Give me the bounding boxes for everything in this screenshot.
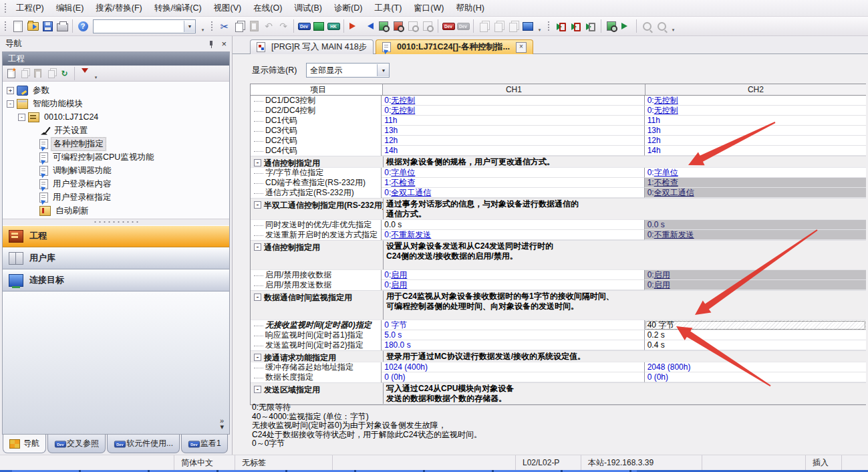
view-button-project[interactable]: 工程: [3, 225, 229, 247]
replace-disabled-icon[interactable]: [421, 19, 434, 33]
close-icon[interactable]: ×: [516, 42, 527, 53]
param-value-ch1[interactable]: 180.0 s: [382, 340, 644, 350]
help-icon[interactable]: ?: [76, 19, 90, 33]
menu-item[interactable]: 诊断(D): [328, 1, 368, 16]
collapse-icon[interactable]: -: [7, 100, 14, 108]
chevron-down-icon[interactable]: ▾: [220, 424, 224, 430]
zoom-in-icon[interactable]: [640, 19, 654, 33]
collapse-icon[interactable]: -: [254, 159, 261, 166]
new-project-icon[interactable]: [11, 19, 25, 33]
window-doc2-icon[interactable]: [492, 19, 505, 33]
param-value-ch2[interactable]: 0:无控制: [645, 96, 866, 106]
panel-tab[interactable]: Dev软元件使用...: [107, 435, 180, 453]
convert-icon[interactable]: [555, 19, 568, 33]
param-value-ch2[interactable]: 14h: [645, 146, 866, 156]
property-icon[interactable]: [45, 68, 57, 79]
panel-tab[interactable]: Dev交叉参照: [47, 435, 106, 453]
convert-check-icon[interactable]: [584, 19, 597, 33]
param-value-ch1[interactable]: 12h: [382, 136, 644, 146]
param-value-ch1[interactable]: 13h: [382, 126, 644, 136]
param-value-ch1[interactable]: 0:无控制: [382, 106, 644, 116]
chevron-down-icon[interactable]: ▼: [377, 64, 389, 76]
collapse-icon[interactable]: -: [254, 201, 261, 209]
param-value-ch2[interactable]: 12h: [645, 136, 866, 146]
chevron-down-icon[interactable]: ▾: [92, 67, 100, 80]
tree-item[interactable]: 自动刷新: [4, 204, 229, 217]
param-value-ch2[interactable]: 0:启用: [645, 280, 866, 290]
param-value-ch1[interactable]: 0 (0h): [382, 372, 644, 382]
param-value-ch1[interactable]: 14h: [382, 146, 644, 156]
chevron-down-icon[interactable]: ▼: [184, 21, 195, 32]
find-combobox[interactable]: ▼: [93, 19, 196, 33]
menu-item[interactable]: 工具(T): [368, 1, 408, 16]
document-tab[interactable]: [PRG]R 写入 MAIN 418步: [250, 39, 374, 54]
param-value-ch1[interactable]: 5.0 s: [382, 330, 644, 340]
save-project-icon[interactable]: [41, 19, 54, 33]
sort-filter-icon[interactable]: [79, 68, 90, 79]
param-value-ch2[interactable]: 0:启用: [645, 270, 866, 280]
close-icon[interactable]: ×: [220, 39, 228, 48]
menu-item[interactable]: 帮助(H): [450, 1, 490, 16]
display-filter-select[interactable]: 全部显示 ▼: [306, 63, 390, 78]
read-from-plc-icon[interactable]: [362, 19, 376, 33]
param-value-ch2[interactable]: 40 字节: [645, 320, 866, 330]
menu-item[interactable]: 调试(B): [288, 1, 328, 16]
menu-item[interactable]: 编辑(E): [50, 1, 90, 16]
menu-item[interactable]: 工程(P): [10, 1, 50, 16]
write-to-plc-icon[interactable]: [347, 19, 361, 33]
refresh-icon[interactable]: ↻: [59, 68, 70, 79]
redo-icon[interactable]: ↷: [277, 19, 290, 33]
param-value-ch1[interactable]: 0:启用: [382, 280, 644, 290]
undo-icon[interactable]: ↶: [262, 19, 275, 33]
view-button-userlib[interactable]: 用户库: [3, 247, 229, 269]
device-test-off-icon[interactable]: Dev: [456, 19, 470, 33]
param-value-ch1[interactable]: 0:无控制: [382, 96, 644, 106]
paste-icon[interactable]: [247, 19, 261, 33]
param-value-ch2[interactable]: 0:不重新发送: [645, 230, 866, 240]
open-project-icon[interactable]: [26, 19, 39, 33]
monitor-mode-icon[interactable]: [521, 19, 535, 33]
tree-item[interactable]: -0010:LJ71C24: [4, 110, 229, 124]
expand-icon[interactable]: +: [7, 87, 14, 94]
param-value-ch1[interactable]: 11h: [382, 116, 644, 126]
convert-all-icon[interactable]: [569, 19, 583, 33]
find-instruction-icon[interactable]: [392, 19, 405, 33]
print-icon[interactable]: [55, 19, 69, 33]
param-value-ch2[interactable]: 11h: [645, 116, 866, 126]
window-doc-icon[interactable]: [477, 19, 490, 33]
param-value-ch1[interactable]: 1:不检查: [382, 178, 644, 188]
param-value-ch1[interactable]: 0:不重新发送: [382, 230, 644, 240]
collapse-icon[interactable]: -: [254, 293, 261, 301]
tree-item[interactable]: 各种控制指定: [4, 137, 229, 150]
zoom-out-icon[interactable]: [655, 19, 668, 33]
tree-item[interactable]: 可编程控制器CPU监视功能: [4, 150, 229, 164]
collapse-icon[interactable]: -: [254, 386, 261, 393]
pin-icon[interactable]: [208, 40, 214, 48]
device-write-icon[interactable]: Dev: [297, 19, 311, 33]
splitter-handle[interactable]: [3, 219, 229, 225]
window-doc3-icon[interactable]: [507, 19, 520, 33]
device-verify-icon[interactable]: HK: [327, 19, 340, 33]
param-value-ch2[interactable]: 0.2 s: [645, 330, 866, 340]
tree-item[interactable]: 调制解调器功能: [4, 164, 229, 177]
param-value-ch2[interactable]: 2048 (800h): [645, 362, 866, 372]
param-value-ch2[interactable]: 0:无控制: [645, 106, 866, 116]
param-value-ch2[interactable]: 13h: [645, 126, 866, 136]
toolbar-overflow-icon[interactable]: ▾: [670, 19, 677, 33]
program-check-icon[interactable]: [605, 19, 618, 33]
panel-tab[interactable]: 导航: [3, 435, 46, 453]
param-value-ch2[interactable]: 1:不检查: [645, 178, 866, 188]
param-value-ch2[interactable]: 0:全双工通信: [645, 188, 866, 198]
find-device-icon[interactable]: [377, 19, 390, 33]
collapse-icon[interactable]: -: [254, 354, 261, 361]
tree-item[interactable]: 用户登录框指定: [4, 191, 229, 204]
param-value-ch1[interactable]: 0:字单位: [382, 168, 644, 178]
view-button-connect[interactable]: 连接目标: [3, 269, 229, 291]
param-value-ch1[interactable]: 0.0 s: [382, 220, 644, 230]
toolbar-overflow-icon[interactable]: ▾: [199, 19, 206, 33]
param-value-ch2[interactable]: 0 (0h): [645, 372, 866, 382]
menu-item[interactable]: 窗口(W): [408, 1, 450, 16]
param-value-ch2[interactable]: 0.4 s: [645, 340, 866, 350]
tree-item[interactable]: 用户登录框内容: [4, 177, 229, 191]
param-value-ch1[interactable]: 1024 (400h): [382, 362, 644, 372]
